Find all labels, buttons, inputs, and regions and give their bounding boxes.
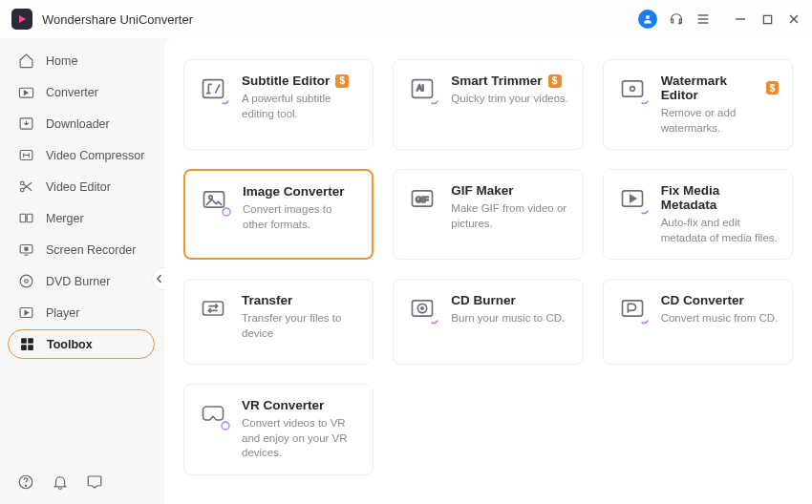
sidebar-item-downloader[interactable]: Downloader: [8, 109, 155, 138]
titlebar: Wondershare UniConverter: [0, 0, 812, 38]
sidebar-item-merger[interactable]: Merger: [8, 203, 155, 233]
svg-point-25: [25, 485, 26, 486]
sidebar-item-player[interactable]: Player: [8, 298, 155, 327]
sidebar-item-label: DVD Burner: [46, 275, 110, 288]
svg-point-32: [209, 196, 213, 200]
card-vr-converter[interactable]: VR Converter Convert videos to VR and en…: [183, 384, 374, 475]
notifications-icon[interactable]: [52, 473, 69, 491]
card-cd-converter[interactable]: CD Converter Convert music from CD.: [603, 279, 793, 365]
card-smart-trimmer[interactable]: AI Smart Trimmer $ Quicky trim your vide…: [393, 59, 583, 150]
svg-rect-26: [203, 80, 224, 98]
card-subtitle-editor[interactable]: Subtitle Editor $ A powerful subtitle ed…: [183, 59, 374, 150]
compressor-icon: [17, 147, 34, 164]
card-image-converter[interactable]: Image Converter Convert images to other …: [183, 169, 374, 260]
svg-rect-14: [27, 214, 32, 222]
svg-rect-22: [21, 345, 27, 350]
card-desc: A powerful subtitle editing tool.: [242, 92, 359, 121]
svg-point-39: [421, 307, 423, 309]
svg-point-0: [646, 15, 650, 19]
sidebar-item-video-editor[interactable]: Video Editor: [8, 172, 155, 201]
card-fix-media-metadata[interactable]: Fix Media Metadata Auto-fix and edit met…: [603, 169, 793, 260]
card-desc: Convert images to other formats.: [243, 202, 358, 232]
feedback-icon[interactable]: [86, 473, 103, 491]
svg-text:AI: AI: [417, 84, 424, 93]
main-content: Subtitle Editor $ A powerful subtitle ed…: [164, 38, 812, 504]
sidebar-item-label: Video Editor: [46, 180, 111, 194]
card-title: Smart Trimmer: [451, 74, 542, 88]
card-desc: Convert music from CD.: [661, 311, 779, 326]
menu-icon[interactable]: [695, 11, 711, 27]
scissors-icon: [17, 178, 34, 196]
card-title: Image Converter: [243, 184, 345, 199]
sidebar-item-label: Downloader: [46, 117, 110, 131]
card-desc: Quicky trim your videos.: [451, 92, 568, 107]
sidebar-item-dvd-burner[interactable]: DVD Burner: [8, 266, 155, 296]
svg-rect-37: [413, 301, 433, 316]
cd-burner-icon: [407, 293, 438, 324]
recorder-icon: [17, 242, 34, 259]
card-desc: Remove or add watermarks.: [661, 106, 779, 136]
card-desc: Convert videos to VR and enjoy on your V…: [242, 416, 359, 461]
sidebar-item-toolbox[interactable]: Toolbox: [8, 329, 155, 359]
svg-rect-36: [203, 302, 224, 315]
toolbox-icon: [18, 336, 35, 353]
merger-icon: [17, 210, 34, 227]
svg-point-12: [20, 188, 24, 192]
image-converter-icon: [199, 184, 229, 215]
titlebar-actions: [638, 10, 801, 29]
sidebar-item-screen-recorder[interactable]: Screen Recorder: [8, 235, 155, 264]
sidebar-item-label: Merger: [46, 212, 84, 225]
card-title: VR Converter: [242, 398, 324, 412]
card-title: GIF Maker: [451, 183, 513, 198]
app-logo: [11, 9, 32, 30]
transfer-icon: [198, 293, 228, 324]
pro-badge: $: [548, 74, 562, 88]
disc-icon: [17, 273, 34, 290]
sidebar-item-label: Converter: [46, 86, 98, 99]
svg-point-18: [24, 280, 28, 284]
card-watermark-editor[interactable]: Watermark Editor $ Remove or add waterma…: [603, 59, 793, 150]
card-title: Transfer: [242, 293, 292, 307]
sidebar: Home Converter Downloader Video Compress…: [0, 38, 164, 504]
sidebar-item-label: Home: [46, 54, 77, 68]
close-button[interactable]: [787, 12, 801, 26]
card-gif-maker[interactable]: GIF GIF Maker Make GIF from video or pic…: [393, 169, 583, 260]
svg-rect-23: [28, 345, 33, 350]
download-icon: [17, 116, 34, 133]
help-icon[interactable]: [17, 473, 34, 491]
vr-converter-icon: [198, 398, 228, 429]
maximize-button[interactable]: [760, 12, 774, 26]
svg-point-17: [20, 275, 32, 287]
svg-rect-20: [21, 338, 27, 344]
card-title: Fix Media Metadata: [661, 183, 779, 212]
pro-badge: $: [766, 81, 779, 94]
svg-point-30: [630, 87, 634, 92]
gif-maker-icon: GIF: [407, 183, 438, 214]
svg-rect-21: [28, 338, 33, 344]
home-icon: [17, 52, 34, 70]
toolbox-grid: Subtitle Editor $ A powerful subtitle ed…: [183, 59, 793, 475]
support-icon[interactable]: [669, 11, 684, 27]
card-transfer[interactable]: Transfer Transfer your files to device: [183, 279, 374, 365]
minimize-button[interactable]: [734, 12, 747, 26]
card-cd-burner[interactable]: CD Burner Burn your music to CD.: [393, 279, 583, 365]
svg-rect-29: [622, 81, 642, 96]
pro-badge: $: [335, 74, 349, 88]
sidebar-item-home[interactable]: Home: [8, 46, 155, 75]
card-title: CD Converter: [661, 293, 744, 307]
svg-rect-13: [20, 214, 26, 222]
card-title: CD Burner: [451, 293, 516, 307]
svg-point-11: [20, 181, 24, 185]
app-title: Wondershare UniConverter: [42, 12, 193, 27]
sidebar-item-video-compressor[interactable]: Video Compressor: [8, 140, 155, 170]
svg-point-38: [418, 304, 427, 312]
account-icon[interactable]: [638, 10, 657, 29]
subtitle-editor-icon: [198, 74, 228, 104]
cd-converter-icon: [617, 293, 648, 324]
sidebar-item-label: Screen Recorder: [46, 243, 137, 257]
sidebar-item-label: Player: [46, 306, 79, 320]
card-title: Subtitle Editor: [242, 74, 330, 88]
svg-text:GIF: GIF: [416, 196, 429, 204]
sidebar-item-converter[interactable]: Converter: [8, 77, 155, 107]
svg-rect-40: [622, 301, 642, 316]
